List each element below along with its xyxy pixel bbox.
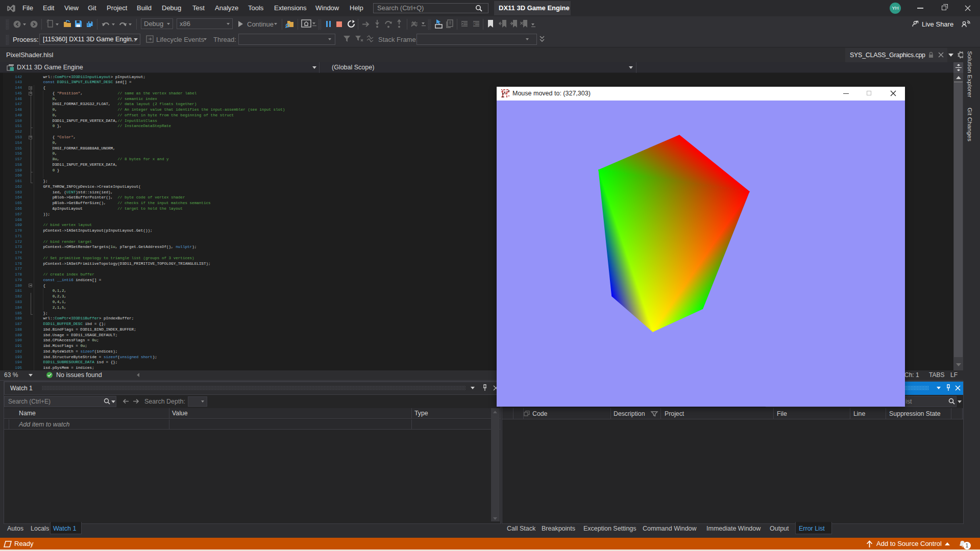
- svg-text:?: ?: [473, 21, 475, 26]
